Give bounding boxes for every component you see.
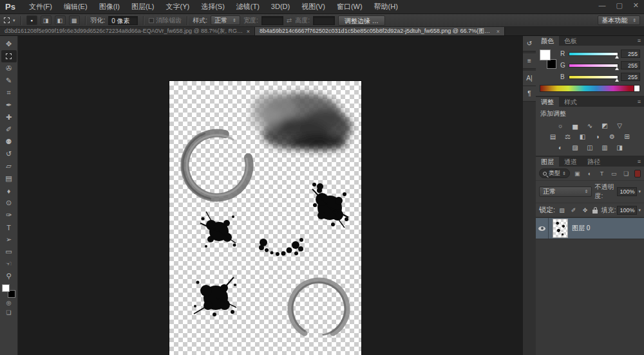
lock-paint-icon[interactable]: ✐ (569, 206, 578, 214)
pen-tool[interactable]: ✑ (1, 209, 17, 221)
color-spectrum-ramp[interactable] (540, 85, 640, 92)
panel-menu-icon[interactable]: ≡ (638, 157, 641, 167)
threshold-icon[interactable]: ◫ (585, 143, 596, 152)
eye-icon[interactable] (538, 226, 545, 231)
add-to-selection-button[interactable]: ◨ (41, 15, 52, 25)
tab-close-icon[interactable]: × (247, 28, 250, 35)
workspace-switcher[interactable]: 基本功能⇕ (598, 15, 640, 25)
foreground-color-swatch[interactable] (540, 50, 551, 60)
tab-paths[interactable]: 路径 (582, 157, 605, 167)
opacity-input[interactable]: 100% (617, 187, 637, 196)
lock-transparency-icon[interactable]: ▨ (558, 206, 566, 214)
zoom-tool[interactable]: ⚲ (1, 270, 17, 282)
curves-icon[interactable]: ∿ (585, 121, 596, 131)
layer-row-selected[interactable]: 图层 0 (536, 217, 644, 239)
eyedropper-tool[interactable]: ✒ (1, 99, 17, 111)
clone-stamp-tool[interactable]: ⚉ (1, 136, 17, 148)
fill-input[interactable]: 100% (617, 206, 637, 215)
menu-help[interactable]: 帮助(H) (368, 0, 404, 14)
tab-color[interactable]: 颜色 (536, 36, 559, 46)
quick-selection-tool[interactable]: ✎ (1, 75, 17, 87)
red-slider[interactable] (569, 52, 618, 56)
foreground-color-swatch[interactable] (2, 284, 10, 292)
menu-3d[interactable]: 3D(D) (265, 0, 296, 14)
quick-mask-button[interactable]: ◎ (1, 298, 17, 307)
layer-filter-toggle[interactable] (634, 170, 641, 178)
green-value-input[interactable]: 255 (621, 61, 640, 69)
gradient-tool[interactable]: ▤ (1, 172, 17, 185)
black-white-icon[interactable]: ◧ (577, 132, 588, 141)
close-button[interactable]: ✕ (633, 1, 639, 10)
menu-type[interactable]: 文字(Y) (160, 0, 195, 14)
paragraph-panel-icon[interactable]: ¶ (523, 86, 536, 102)
spectrum-gradient[interactable] (540, 86, 634, 91)
pixel-layer-filter-icon[interactable]: ▣ (573, 169, 582, 178)
hue-saturation-icon[interactable]: ▤ (547, 132, 558, 141)
smart-object-filter-icon[interactable]: ❏ (621, 169, 631, 178)
dropdown-arrow-icon[interactable]: ▾ (638, 208, 641, 213)
screen-mode-button[interactable]: ❏ (1, 307, 17, 317)
red-value-input[interactable]: 255 (621, 50, 640, 58)
menu-view[interactable]: 视图(V) (296, 0, 331, 14)
menu-layer[interactable]: 图层(L) (126, 0, 160, 14)
selective-color-icon[interactable]: ◨ (614, 143, 625, 152)
background-color-swatch[interactable] (547, 59, 556, 69)
tab-channels[interactable]: 通道 (559, 157, 582, 167)
maximize-button[interactable]: ▢ (616, 1, 622, 10)
adjustment-layer-filter-icon[interactable]: ◐ (585, 169, 594, 178)
blue-value-input[interactable]: 255 (621, 73, 640, 81)
dodge-tool[interactable]: ⊙ (1, 197, 17, 209)
green-slider[interactable] (569, 64, 618, 68)
color-lookup-icon[interactable]: ⊞ (621, 132, 632, 141)
tool-preset-icon[interactable] (4, 17, 10, 23)
tab-layers[interactable]: 图层 (536, 157, 559, 167)
dropdown-arrow-icon[interactable]: ▾ (638, 189, 641, 194)
eraser-tool[interactable]: ▱ (1, 160, 17, 172)
panel-menu-icon[interactable]: ≡ (638, 36, 641, 46)
properties-panel-icon[interactable]: ≡ (523, 53, 536, 69)
document-tab-2[interactable]: 8b4a59b214c6667f762502c031d1c5be85c05b8f… (255, 27, 505, 35)
blur-tool[interactable]: ♦ (1, 185, 17, 197)
menu-window[interactable]: 窗口(W) (331, 0, 368, 14)
canvas[interactable] (169, 81, 361, 355)
layer-filter-type-dropdown[interactable]: 类型 ⇕ (539, 168, 570, 178)
minimize-button[interactable]: — (598, 1, 605, 10)
crop-tool[interactable]: ⌗ (1, 87, 17, 99)
tab-swatches[interactable]: 色板 (559, 36, 582, 46)
layer-visibility-cell[interactable] (536, 218, 549, 239)
photo-filter-icon[interactable]: ◑ (592, 132, 603, 141)
new-selection-button[interactable]: ▪ (26, 15, 37, 25)
rectangle-tool[interactable]: ▭ (1, 246, 17, 258)
hand-tool[interactable]: ☜ (1, 258, 17, 270)
shape-layer-filter-icon[interactable]: ▭ (609, 169, 619, 178)
tab-close-icon[interactable]: × (497, 28, 500, 35)
path-selection-tool[interactable]: ➢ (1, 233, 17, 246)
menu-select[interactable]: 选择(S) (195, 0, 231, 14)
swap-dimensions-icon[interactable]: ⇄ (287, 17, 292, 24)
tool-preset-arrow-icon[interactable]: ▾ (13, 18, 15, 23)
width-input[interactable] (261, 16, 283, 25)
lock-all-icon[interactable] (592, 210, 598, 214)
menu-image[interactable]: 图像(I) (93, 0, 126, 14)
brightness-contrast-icon[interactable]: ☼ (555, 121, 566, 131)
spot-healing-brush-tool[interactable]: ✚ (1, 111, 17, 123)
character-panel-icon[interactable]: A| (523, 71, 536, 86)
history-brush-tool[interactable]: ↺ (1, 148, 17, 160)
posterize-icon[interactable]: ▨ (570, 143, 581, 152)
menu-file[interactable]: 文件(F) (23, 0, 58, 14)
lasso-tool[interactable]: ✇ (1, 62, 17, 75)
blend-mode-dropdown[interactable]: 正常 ⇕ (539, 187, 592, 197)
height-input[interactable] (313, 16, 335, 25)
menu-filter[interactable]: 滤镜(T) (231, 0, 265, 14)
exposure-icon[interactable]: ◩ (600, 121, 611, 131)
lock-move-icon[interactable]: ✥ (581, 206, 589, 214)
subtract-from-selection-button[interactable]: ◧ (55, 15, 66, 25)
menu-edit[interactable]: 编辑(E) (58, 0, 93, 14)
gradient-map-icon[interactable]: ▥ (600, 143, 611, 152)
color-balance-icon[interactable]: ⚖ (562, 132, 573, 141)
slider-thumb[interactable] (615, 78, 619, 82)
slider-thumb[interactable] (615, 55, 619, 59)
history-panel-icon[interactable]: ↺ (523, 36, 536, 51)
tab-adjustments[interactable]: 调整 (536, 97, 559, 107)
move-tool[interactable]: ✥ (1, 38, 17, 50)
